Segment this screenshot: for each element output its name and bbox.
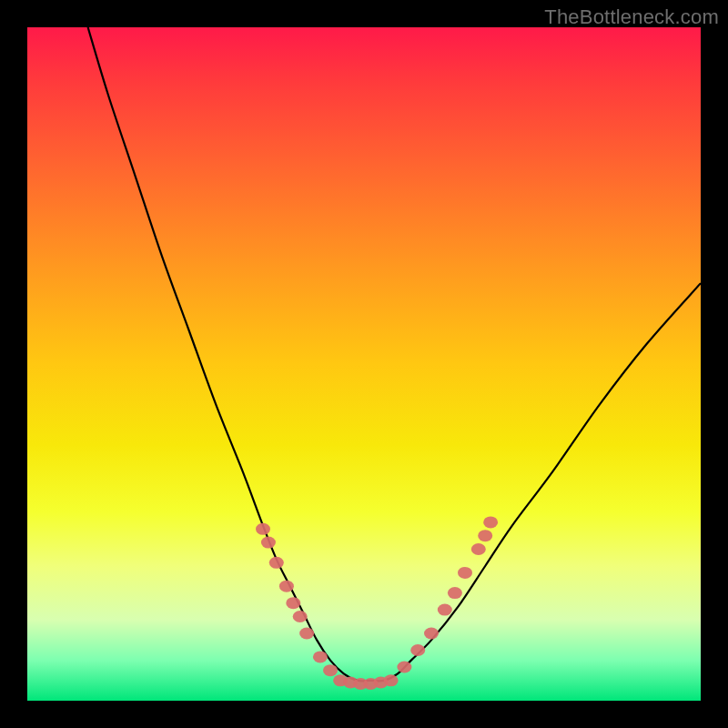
bottleneck-curve <box>88 27 701 681</box>
marker-dot <box>384 674 399 686</box>
marker-dot <box>279 581 294 592</box>
marker-dot <box>448 587 462 599</box>
marker-dot <box>397 662 411 673</box>
marker-dot <box>286 597 300 609</box>
marker-dot <box>458 567 472 579</box>
marker-dot <box>483 516 498 528</box>
marker-dot <box>299 628 314 640</box>
marker-dot <box>478 530 492 541</box>
marker-dot <box>269 557 284 569</box>
marker-dot <box>471 543 486 555</box>
chart-stage: TheBottleneck.com <box>0 0 728 728</box>
marker-dot <box>323 664 338 676</box>
marker-dot <box>410 644 425 656</box>
marker-dot <box>256 523 270 535</box>
watermark-text: TheBottleneck.com <box>544 5 719 29</box>
marker-dot <box>313 651 328 662</box>
chart-svg <box>27 27 701 701</box>
marker-dot <box>293 611 308 622</box>
plot-area <box>27 27 701 701</box>
marker-dot <box>261 537 276 549</box>
marker-dot <box>424 628 439 640</box>
marker-dot <box>438 604 452 616</box>
